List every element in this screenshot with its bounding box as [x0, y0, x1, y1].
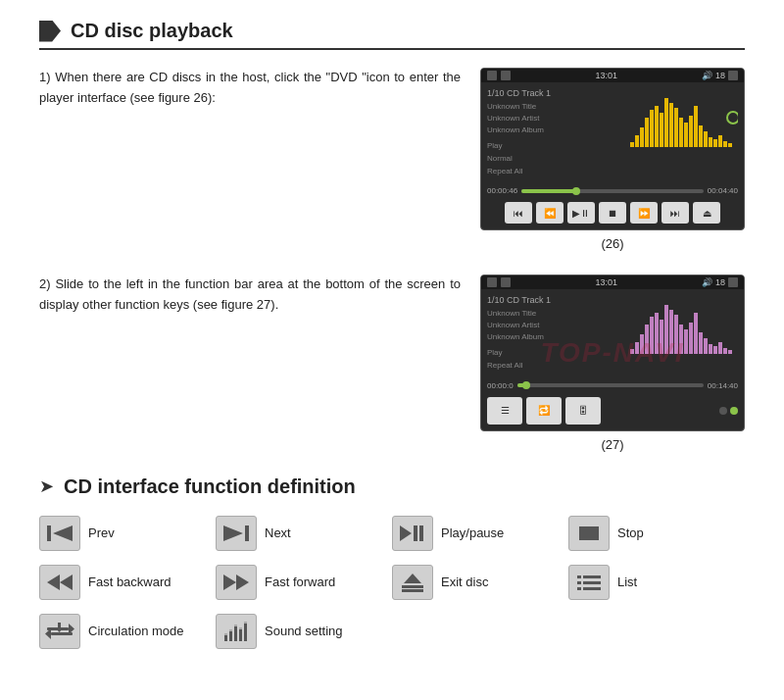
- svg-marker-46: [223, 525, 243, 541]
- svg-rect-12: [689, 116, 693, 147]
- svg-rect-37: [704, 338, 708, 354]
- func-item-list: List: [568, 565, 745, 600]
- paragraph-1: 1) When there are CD discs in the host, …: [39, 68, 461, 109]
- svg-rect-32: [679, 325, 683, 354]
- section-func-definition: ➤ CD interface function definition Prev …: [39, 475, 745, 649]
- section-cd-playback: CD disc playback 1) When there are CD di…: [39, 20, 745, 452]
- svg-rect-62: [577, 587, 581, 590]
- device-body-26: 1/10 CD Track 1 Unknown Title Unknown Ar…: [481, 82, 744, 183]
- svg-rect-75: [224, 633, 227, 635]
- svg-rect-1: [635, 135, 639, 147]
- content-row-1: 1) When there are CD discs in the host, …: [39, 68, 745, 251]
- func-label-playpause: Play/pause: [441, 525, 504, 540]
- svg-rect-23: [635, 342, 639, 354]
- svg-rect-30: [669, 310, 673, 354]
- svg-rect-40: [718, 342, 722, 354]
- func-icon-next: [216, 516, 257, 551]
- func-label-stop: Stop: [617, 525, 644, 540]
- svg-rect-3: [645, 118, 649, 147]
- svg-rect-49: [419, 525, 423, 541]
- mini-btn-2: [501, 71, 511, 80]
- svg-rect-74: [244, 624, 247, 641]
- func-item-playpause: Play/pause: [392, 516, 568, 551]
- device-time-26: 13:01: [595, 71, 617, 80]
- progress-area-26: 00:00:46 00:04:40: [481, 183, 744, 198]
- svg-rect-50: [579, 526, 599, 540]
- svg-rect-13: [694, 106, 698, 147]
- ctrl2-eq: 🎛: [565, 397, 601, 425]
- device-time-27: 13:01: [595, 277, 617, 287]
- arrow-bullet-icon: ➤: [39, 475, 54, 497]
- func-icon-stop: [568, 516, 610, 551]
- svg-rect-61: [583, 581, 601, 584]
- svg-rect-11: [684, 123, 688, 147]
- svg-rect-17: [713, 139, 717, 147]
- svg-rect-79: [244, 622, 247, 624]
- func-item-circulation: Circulation mode: [39, 614, 216, 649]
- func-item-stop: Stop: [568, 516, 745, 551]
- svg-rect-2: [640, 127, 644, 147]
- back-btn: [728, 71, 738, 80]
- svg-rect-41: [723, 348, 727, 354]
- paragraph-2: 2) Slide to the left in the function bar…: [39, 275, 461, 316]
- svg-rect-6: [660, 113, 663, 147]
- svg-rect-14: [699, 125, 703, 147]
- func-item-prev: Prev: [39, 516, 216, 551]
- progress-area-27: 00:00:0 00:14:40: [481, 378, 744, 393]
- svg-rect-27: [655, 313, 659, 354]
- func-item-exitdisc: Exit disc: [392, 565, 568, 600]
- svg-marker-47: [400, 525, 412, 541]
- func-label-fastforward: Fast forward: [265, 575, 335, 589]
- figure-26-col: 13:01 🔊 18 1/10 CD Track 1 Unknown Title…: [480, 68, 745, 251]
- svg-rect-43: [47, 525, 51, 541]
- svg-rect-72: [234, 626, 237, 641]
- func-label-sound: Sound setting: [265, 624, 343, 638]
- svg-marker-55: [404, 574, 421, 583]
- func-label-next: Next: [265, 525, 291, 540]
- func-icon-sound: [216, 614, 257, 649]
- func-icon-list: [568, 565, 610, 600]
- device-body-27: 1/10 CD Track 1 Unknown Title Unknown Ar…: [481, 289, 744, 378]
- svg-marker-51: [47, 575, 60, 590]
- svg-rect-60: [577, 581, 581, 584]
- ctrl-next: ⏭: [662, 202, 689, 224]
- ctrl-play: ▶⏸: [567, 202, 595, 224]
- func-label-list: List: [617, 575, 637, 589]
- svg-rect-45: [245, 525, 249, 541]
- section-title-text: CD disc playback: [71, 20, 233, 42]
- svg-rect-42: [728, 350, 732, 354]
- svg-rect-70: [224, 635, 227, 641]
- svg-rect-57: [402, 589, 423, 592]
- ctrl-eject: ⏏: [693, 202, 720, 224]
- func-icon-circulation: [39, 614, 80, 649]
- func-icon-exitdisc: [392, 565, 433, 600]
- svg-rect-78: [239, 627, 242, 629]
- svg-rect-31: [674, 315, 678, 354]
- func-label-fastbackward: Fast backward: [88, 575, 172, 589]
- svg-rect-59: [583, 575, 601, 578]
- svg-point-21: [727, 112, 738, 124]
- func-icon-fastforward: [216, 565, 257, 600]
- func-label-circulation: Circulation mode: [88, 624, 184, 638]
- content-row-2: 2) Slide to the left in the function bar…: [39, 275, 745, 452]
- func-item-fastforward: Fast forward: [216, 565, 392, 600]
- svg-rect-77: [234, 625, 237, 626]
- svg-rect-71: [229, 631, 232, 641]
- section-title-text-2: CD interface function definition: [64, 475, 356, 498]
- func-icon-fastbackward: [39, 565, 80, 600]
- function-grid: Prev Next Play/pause: [39, 516, 745, 649]
- device-screen-26: 13:01 🔊 18 1/10 CD Track 1 Unknown Title…: [480, 68, 745, 230]
- svg-rect-20: [728, 143, 732, 147]
- ctrl2-mode: 🔁: [526, 397, 562, 425]
- svg-rect-33: [684, 329, 688, 354]
- svg-rect-0: [630, 142, 634, 147]
- svg-rect-22: [630, 349, 634, 354]
- caption-27: (27): [601, 437, 623, 452]
- svg-rect-66: [51, 632, 73, 635]
- waveform-27: [630, 295, 738, 354]
- func-item-fastbackward: Fast backward: [39, 565, 216, 600]
- svg-rect-26: [650, 317, 654, 354]
- ctrl-stop: ⏹: [599, 202, 626, 224]
- svg-rect-10: [679, 118, 683, 147]
- svg-rect-16: [709, 137, 712, 147]
